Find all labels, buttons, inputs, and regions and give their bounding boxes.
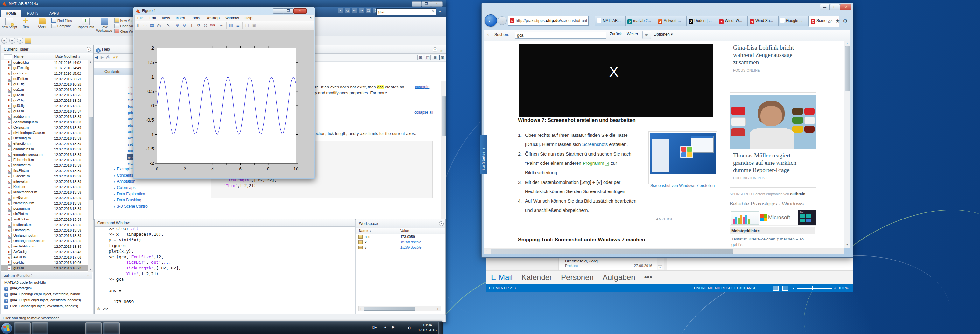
- figure-window[interactable]: Figure 1 — ❐ ✕ FileEditViewInsertToolsDe…: [133, 7, 315, 180]
- link-plot-icon[interactable]: ∞: [219, 22, 225, 29]
- reading-view-icon[interactable]: [773, 286, 779, 291]
- outlook-nav-item[interactable]: Kalender: [522, 273, 552, 282]
- undo-icon[interactable]: ↶: [352, 8, 357, 13]
- help-tree-section[interactable]: ▸3-D Scene Control: [114, 204, 190, 210]
- find-input[interactable]: gca: [515, 32, 606, 39]
- layout-grid-icon[interactable]: ⊞: [417, 55, 423, 60]
- show-desktop-button[interactable]: [439, 321, 442, 334]
- video-placeholder[interactable]: X: [519, 44, 713, 117]
- file-row[interactable]: gui3.m12.07.2016 13:37: [1, 108, 88, 114]
- layout-single-icon[interactable]: ▣: [439, 55, 445, 60]
- scroll-down-icon[interactable]: ▾: [845, 243, 849, 247]
- ribbon-button[interactable]: Open: [34, 17, 51, 35]
- legend-icon[interactable]: ≣: [235, 22, 241, 29]
- zoom-out-control[interactable]: -: [792, 284, 794, 292]
- file-row[interactable]: surfPlot.m12.07.2016 13:39: [1, 216, 88, 222]
- function-row[interactable]: fPick_Callback(hObject, eventdata, handl…: [1, 303, 92, 309]
- show-hidden-icons[interactable]: ▲: [384, 325, 387, 329]
- file-row[interactable]: AdditionInput.m12.07.2016 13:39: [1, 119, 88, 125]
- scroll-up-icon[interactable]: ▴: [845, 41, 849, 46]
- file-row[interactable]: posnum.m12.07.2016 13:39: [1, 206, 88, 211]
- favorite-star-icon[interactable]: ★▾: [112, 55, 118, 59]
- back-icon[interactable]: ◂: [1, 38, 7, 44]
- file-row[interactable]: UmfangInputKreis.m12.07.2016 13:39: [1, 238, 88, 244]
- file-row[interactable]: NameInput.m12.07.2016 13:39: [1, 200, 88, 206]
- clear-search-icon[interactable]: ✕: [432, 10, 434, 14]
- close-icon[interactable]: ✕: [440, 47, 443, 55]
- command-output[interactable]: >> clear all>> x = linspace(0,10);y = si…: [109, 226, 188, 305]
- layout-split-v-icon[interactable]: ◫: [425, 55, 431, 60]
- date-column-header[interactable]: Date Modified ▲: [56, 54, 81, 58]
- outlook-nav-item[interactable]: Personen: [561, 273, 594, 282]
- maximize-button[interactable]: ❐: [830, 4, 840, 11]
- maximize-button[interactable]: ❐: [283, 8, 293, 14]
- inline-link[interactable]: Programm: [582, 161, 604, 166]
- ribbon-button[interactable]: New: [18, 17, 34, 35]
- redo-icon[interactable]: ↷: [359, 8, 364, 13]
- scrollbar-thumb[interactable]: [491, 249, 733, 254]
- file-row[interactable]: gui1.fig12.07.2016 10:26: [1, 81, 88, 87]
- file-row[interactable]: guiEdit.m12.07.2016 08:21: [1, 76, 88, 81]
- taskbar-button[interactable]: [49, 322, 65, 334]
- scrollbar-thumb[interactable]: [845, 46, 850, 91]
- ribbon-tab[interactable]: HOME: [1, 10, 21, 17]
- dock-figure-icon[interactable]: ◥: [309, 16, 312, 19]
- home-icon[interactable]: ⌂: [828, 18, 831, 24]
- file-row[interactable]: gui4.fig13.07.2016 10:03: [1, 260, 88, 265]
- value-column-header[interactable]: Value: [400, 229, 409, 232]
- menu-item[interactable]: Tools: [188, 15, 203, 21]
- address-bar[interactable]: Chttp://praxistipps.chip.de/screenshot-u…: [508, 16, 589, 26]
- browser-tab[interactable]: ◄Wind Su...×: [748, 16, 778, 26]
- data-cursor-icon[interactable]: ◎: [202, 22, 209, 29]
- file-row[interactable]: testbreak.m12.07.2016 13:39: [1, 222, 88, 227]
- tab-close-icon[interactable]: ×: [830, 19, 832, 22]
- list-item-link[interactable]: Tastatur: Kreuz-Zeichen † machen – so ge…: [730, 234, 816, 248]
- article-thumbnail[interactable]: [649, 131, 717, 184]
- file-row[interactable]: addition.m12.07.2016 13:39: [1, 114, 88, 119]
- taskbar-button[interactable]: [32, 322, 48, 334]
- file-row[interactable]: Kreis.m12.07.2016 13:39: [1, 184, 88, 189]
- panel-menu-icon[interactable]: ▾: [433, 48, 437, 52]
- file-row[interactable]: gui2.fig12.07.2016 13:26: [1, 98, 88, 103]
- file-row[interactable]: guiText.m11.07.2016 15:02: [1, 71, 88, 76]
- scroll-up-icon[interactable]: ▴: [89, 60, 92, 64]
- file-row[interactable]: AxCu.fig12.07.2016 13:48: [1, 249, 88, 254]
- scrollbar-thumb[interactable]: [364, 307, 415, 311]
- outlook-mail-list[interactable]: Brechtefeld, Jörg Prokura 27.06.2016: [558, 256, 657, 270]
- column-headers[interactable]: Name Date Modified ▲: [1, 53, 93, 60]
- scroll-left-icon[interactable]: ‹: [485, 249, 487, 253]
- copy-icon[interactable]: ⧉: [345, 8, 350, 13]
- taskbar-button[interactable]: [14, 322, 30, 334]
- file-row[interactable]: efunction.m12.07.2016 13:39: [1, 141, 88, 146]
- scroll-down-icon[interactable]: ▾: [658, 265, 662, 269]
- find-options-button[interactable]: Optionen ▾: [654, 32, 673, 37]
- browse-folder-icon[interactable]: [25, 38, 31, 44]
- menu-item[interactable]: Help: [242, 15, 256, 21]
- settings-gear-icon[interactable]: ⚙: [843, 18, 847, 24]
- help-scrollbar[interactable]: [441, 81, 446, 219]
- file-row[interactable]: einmaleins.m12.07.2016 13:39: [1, 146, 88, 152]
- network-icon[interactable]: [399, 325, 404, 330]
- zoom-slider[interactable]: [797, 288, 832, 288]
- figure-titlebar[interactable]: Figure 1 — ❐ ✕: [134, 8, 314, 14]
- maximize-button[interactable]: ❐: [422, 1, 431, 7]
- file-row[interactable]: gui1.m12.07.2016 10:29: [1, 87, 88, 92]
- up-folder-icon[interactable]: ▴: [17, 38, 23, 44]
- file-row[interactable]: divisionInputCase.m12.07.2016 13:39: [1, 130, 88, 135]
- file-list-scrollbar[interactable]: ▴ ▾: [88, 60, 93, 272]
- mail-sender[interactable]: Brechtefeld, Jörg: [559, 258, 657, 263]
- taskbar-button[interactable]: [85, 322, 102, 334]
- ribbon-button[interactable]: Compare: [51, 24, 72, 29]
- show-plot-tools-icon[interactable]: ▣: [251, 22, 258, 29]
- workspace-scrollbar[interactable]: ◂ ▸: [358, 306, 441, 312]
- browser-back-button[interactable]: ←: [485, 14, 497, 27]
- browser-tab[interactable]: ▲Antwort ...×: [656, 16, 687, 26]
- outlook-nav-item[interactable]: E-Mail: [491, 273, 512, 282]
- function-row[interactable]: fgui4(varargin): [1, 285, 92, 291]
- pan-icon[interactable]: ✛: [188, 22, 195, 29]
- internet-explorer-window[interactable]: — ❐ ✕ ← → Chttp://praxistipps.chip.de/sc…: [481, 3, 853, 258]
- file-row[interactable]: sinPlot.m12.07.2016 13:39: [1, 211, 88, 216]
- panel-menu-icon[interactable]: ▾: [439, 221, 444, 226]
- file-row[interactable]: gui3.fig12.07.2016 13:36: [1, 103, 88, 108]
- back-icon[interactable]: ◀: [95, 55, 98, 59]
